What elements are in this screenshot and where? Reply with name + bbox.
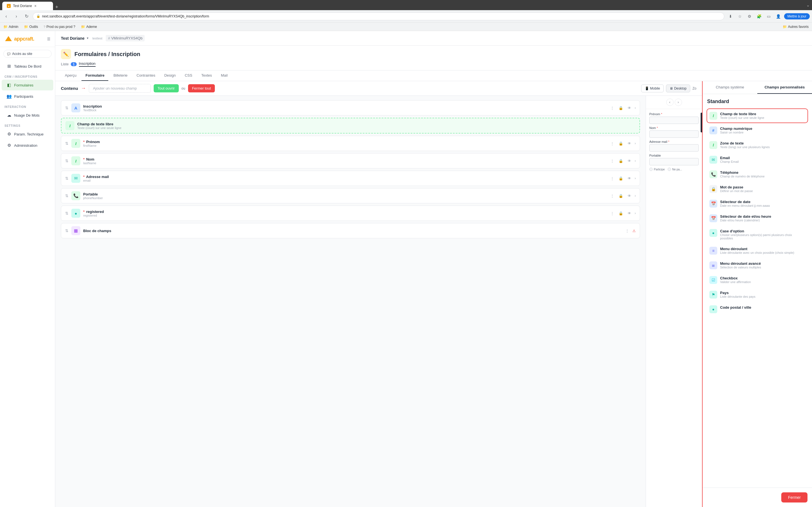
drag-handle-nom[interactable]: ⇅ bbox=[65, 159, 68, 163]
drag-handle-bloc[interactable]: ⇅ bbox=[65, 228, 68, 233]
mobile-view-btn[interactable]: 📱 Mobile bbox=[641, 84, 664, 93]
active-tab[interactable]: ▲ Test Doriane × bbox=[2, 2, 53, 10]
tab-textes[interactable]: Textes bbox=[197, 70, 216, 81]
field-nom[interactable]: ⇅ I * Nom lastName ⋮ 🔒 bbox=[61, 153, 640, 168]
field-type-numerique[interactable]: # Champ numérique Saisir un nombre bbox=[707, 124, 808, 137]
tab-css[interactable]: CSS bbox=[181, 70, 196, 81]
field-more-btn[interactable]: ⋮ bbox=[609, 105, 615, 111]
field-portable[interactable]: ⇅ 📞 Portable phoneNumber ⋮ bbox=[61, 188, 640, 203]
field-lock-nom[interactable]: 🔒 bbox=[617, 158, 624, 164]
field-eye-prenom[interactable]: 👁 bbox=[626, 141, 632, 146]
field-more-bloc[interactable]: ⋮ bbox=[624, 228, 630, 233]
field-eye-registered[interactable]: 👁 bbox=[626, 211, 632, 216]
address-bar[interactable]: 🔒 next.sandbox.appcraft.events/appcraft/… bbox=[33, 12, 724, 20]
field-prenom[interactable]: ⇅ I * Prénom firstName ⋮ bbox=[61, 136, 640, 151]
field-expand-registered[interactable]: › bbox=[635, 211, 636, 215]
field-lock-icon[interactable]: 🔒 bbox=[617, 105, 624, 111]
field-expand-prenom[interactable]: › bbox=[635, 142, 636, 145]
bookmark-outils[interactable]: 📁 Outils bbox=[23, 24, 39, 29]
field-more-registered[interactable]: ⋮ bbox=[609, 211, 615, 216]
field-more-portable[interactable]: ⋮ bbox=[609, 193, 615, 199]
field-type-code-postal[interactable]: ● Code postal / ville bbox=[707, 302, 808, 316]
sidebar-item-participants[interactable]: 👥 Participants bbox=[2, 91, 53, 102]
field-lock-email[interactable]: 🔒 bbox=[617, 176, 624, 181]
drag-handle-email[interactable]: ⇅ bbox=[65, 176, 68, 180]
field-type-selecteur-date-heure[interactable]: 📅 Sélecteur de date et/ou heure Date et/… bbox=[707, 212, 808, 225]
back-btn[interactable]: ‹ bbox=[2, 12, 10, 20]
bookmark-ademe[interactable]: 📁 Ademe bbox=[80, 24, 98, 29]
drag-handle-icon[interactable]: ⇅ bbox=[65, 106, 68, 110]
field-bloc-champs[interactable]: ⇅ ▦ Bloc de champs ⋮ ⚠ bbox=[61, 223, 640, 238]
settings-icon-btn[interactable]: ⚙ bbox=[746, 12, 754, 20]
extension-btn[interactable]: 🧩 bbox=[755, 12, 763, 20]
field-eye-icon[interactable]: 👁 bbox=[626, 105, 632, 111]
field-more-email[interactable]: ⋮ bbox=[609, 176, 615, 181]
sidebar-item-nuage[interactable]: ☁ Nuage De Mots bbox=[2, 110, 53, 121]
sidebar-item-formulaires[interactable]: ◧ Formulaires bbox=[2, 80, 53, 91]
tab-close-btn[interactable]: × bbox=[34, 4, 36, 8]
field-type-champ-texte-libre[interactable]: I Champ de texte libre Texte (court) sur… bbox=[707, 109, 808, 122]
download-btn[interactable]: ⬇ bbox=[726, 12, 734, 20]
field-lock-prenom[interactable]: 🔒 bbox=[617, 141, 624, 146]
drag-handle-registered[interactable]: ⇅ bbox=[65, 211, 68, 216]
field-type-checkbox[interactable]: ☑ Checkbox Valider une affirmation bbox=[707, 273, 808, 287]
field-type-selecteur-date[interactable]: 📅 Sélecteur de date Date en menu déroula… bbox=[707, 197, 808, 210]
preview-right-btn[interactable]: › bbox=[675, 99, 682, 106]
event-selector[interactable]: Test Doriane ▼ bbox=[61, 36, 89, 41]
field-more-nom[interactable]: ⋮ bbox=[609, 158, 615, 164]
close-all-btn[interactable]: Fermer tout bbox=[188, 84, 215, 93]
field-expand-nom[interactable]: › bbox=[635, 159, 636, 163]
sidebar-item-administration[interactable]: ⚙ Administration bbox=[2, 140, 53, 151]
field-lock-registered[interactable]: 🔒 bbox=[617, 211, 624, 216]
field-eye-portable[interactable]: 👁 bbox=[626, 193, 632, 199]
field-registered[interactable]: ⇅ ● * registered registered ⋮ bbox=[61, 206, 640, 221]
field-type-zone-texte[interactable]: I Zone de texte Texte (long) sur une plu… bbox=[707, 138, 808, 152]
add-field-input[interactable]: Ajouter un nouveau champ bbox=[89, 84, 151, 93]
bookmark-btn[interactable]: ☆ bbox=[736, 12, 744, 20]
breadcrumb-list-link[interactable]: Liste bbox=[61, 62, 68, 66]
drag-handle-portable[interactable]: ⇅ bbox=[65, 193, 68, 198]
tab-billeterie[interactable]: Billeterie bbox=[109, 70, 132, 81]
bookmark-prod[interactable]: ? Prod ou pas prod ? bbox=[43, 24, 77, 29]
sidebar-item-tableau-de-bord[interactable]: ⊞ Tableau De Bord bbox=[2, 61, 53, 71]
field-type-telephone[interactable]: 📞 Téléphone Champ de numéro de téléphone bbox=[707, 168, 808, 181]
field-inscription[interactable]: ⇅ A Inscription TextBlock ⋮ bbox=[61, 100, 640, 115]
field-type-mot-de-passe[interactable]: 🔒 Mot de passe Définir un mot de passe bbox=[707, 182, 808, 196]
field-eye-nom[interactable]: 👁 bbox=[626, 158, 632, 164]
bookmark-admin[interactable]: 📁 Admin bbox=[2, 24, 19, 29]
reload-btn[interactable]: ↻ bbox=[22, 12, 31, 20]
field-more-prenom[interactable]: ⋮ bbox=[609, 141, 615, 146]
field-type-pays[interactable]: ⚑ Pays Liste déroulante des pays bbox=[707, 288, 808, 301]
field-expand-portable[interactable]: › bbox=[635, 194, 636, 198]
field-champ-texte-libre[interactable]: I Champ de texte libre Texte (court) sur… bbox=[61, 118, 640, 133]
forward-btn[interactable]: › bbox=[12, 12, 20, 20]
tab-design[interactable]: Design bbox=[160, 70, 180, 81]
desktop-view-btn[interactable]: 🖥 Desktop bbox=[666, 84, 690, 93]
field-lock-portable[interactable]: 🔒 bbox=[617, 193, 624, 199]
preview-left-btn[interactable]: ‹ bbox=[666, 99, 673, 106]
right-tab-systeme[interactable]: Champs système bbox=[703, 81, 757, 94]
tab-list-btn[interactable]: ⌄ bbox=[806, 3, 810, 7]
tab-mail[interactable]: Mail bbox=[217, 70, 232, 81]
tab-apercu[interactable]: Aperçu bbox=[61, 70, 80, 81]
field-type-menu-deroulant[interactable]: ≡ Menu déroulant Liste déroulante avec u… bbox=[707, 244, 808, 258]
access-site-btn[interactable]: 💬 Accès au site bbox=[3, 50, 52, 58]
profile-btn[interactable]: 👤 bbox=[774, 12, 782, 20]
field-type-email[interactable]: ✉ Email Champ Email bbox=[707, 153, 808, 166]
field-type-menu-deroulant-avance[interactable]: ≣ Menu déroulant avancé Sélection de val… bbox=[707, 259, 808, 272]
sidebar-item-param[interactable]: ⚙ Param. Technique bbox=[2, 129, 53, 139]
panel-close-btn[interactable]: Fermer bbox=[781, 492, 808, 503]
field-expand-email[interactable]: › bbox=[635, 176, 636, 180]
field-eye-email[interactable]: 👁 bbox=[626, 176, 632, 181]
new-tab-btn[interactable]: + bbox=[53, 4, 61, 10]
tab-contraintes[interactable]: Contraintes bbox=[133, 70, 159, 81]
other-bookmarks[interactable]: 📁 Autres favoris bbox=[781, 24, 810, 29]
sidebar-toggle-btn[interactable]: ▭ bbox=[765, 12, 773, 20]
update-browser-btn[interactable]: Mettre à jour bbox=[784, 13, 810, 19]
field-expand-icon[interactable]: › bbox=[635, 106, 636, 110]
open-all-btn[interactable]: Tout ouvrir bbox=[154, 84, 179, 93]
field-type-case-option[interactable]: ● Case d'option Choisir une/plusieurs op… bbox=[707, 226, 808, 243]
drag-handle-prenom[interactable]: ⇅ bbox=[65, 141, 68, 146]
field-adresse-mail[interactable]: ⇅ ✉ * Adresse mail email ⋮ bbox=[61, 171, 640, 186]
tab-formulaire[interactable]: Formulaire bbox=[82, 70, 108, 81]
